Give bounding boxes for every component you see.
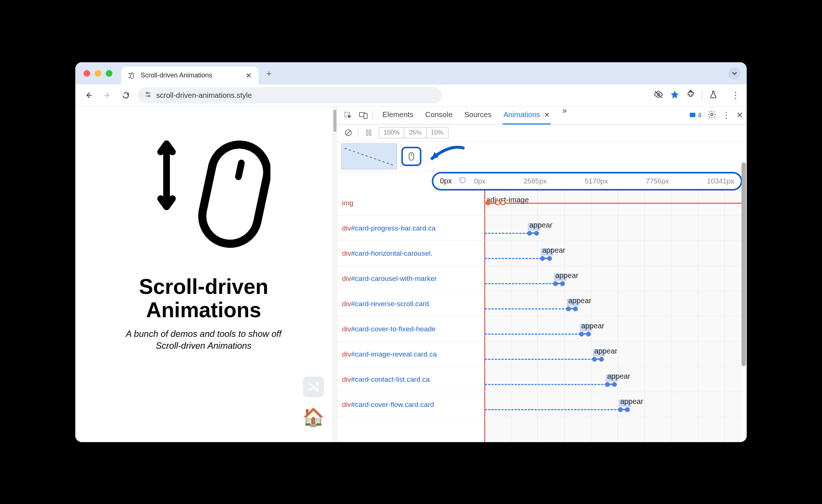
ruler-replay-icon[interactable] [458, 176, 467, 186]
scroll-driven-badge[interactable] [401, 147, 421, 166]
element-selector: div#card-horizontal-carousel. [338, 249, 482, 258]
split-handle[interactable] [332, 107, 338, 442]
tick-3: 7756px [646, 177, 669, 185]
devtools-menu-icon[interactable]: ⋮ [722, 110, 730, 120]
element-selector: div#card-cover-to-fixed-heade [338, 325, 482, 333]
devtools-settings-icon[interactable] [707, 110, 716, 120]
animation-row[interactable]: div#card-cover-flow.card.cardappear [338, 392, 747, 417]
tab-favicon-icon [128, 72, 136, 80]
current-position: 0px [440, 177, 452, 185]
tab-strip: Scroll-driven Animations ✕ ＋ [75, 62, 747, 84]
speed-10[interactable]: 10% [427, 127, 448, 138]
site-settings-icon[interactable] [144, 91, 152, 100]
element-selector: div#card-contact-list.card.ca [338, 375, 482, 384]
tabs-dropdown-button[interactable] [728, 67, 741, 80]
tick-2: 5170px [585, 177, 608, 185]
animation-track[interactable]: appear [484, 291, 742, 316]
home-button[interactable]: 🏠 [303, 407, 324, 428]
tab-console[interactable]: Console [424, 107, 453, 125]
shuffle-button[interactable] [303, 377, 324, 397]
svg-line-23 [345, 148, 394, 165]
animation-row[interactable]: div#card-horizontal-carousel.appear [338, 241, 747, 266]
animation-row[interactable]: div#card-reverse-scroll.card.appear [338, 291, 747, 316]
tab-sources[interactable]: Sources [464, 107, 492, 125]
forward-button[interactable] [101, 89, 114, 102]
labs-icon[interactable] [709, 90, 718, 100]
svg-point-7 [148, 95, 149, 97]
animation-track[interactable]: appear [484, 216, 742, 241]
element-selector: div#card-progress-bar.card.ca [338, 224, 482, 232]
animation-track[interactable]: appear [484, 367, 742, 392]
tab-title: Scroll-driven Animations [141, 72, 212, 79]
svg-rect-21 [366, 130, 368, 135]
svg-rect-0 [131, 73, 134, 78]
devtools-tabstrip: Elements Console Sources Animations ✕ » … [338, 107, 747, 125]
inspect-icon[interactable] [341, 109, 355, 122]
bookmark-star-icon[interactable] [670, 90, 680, 101]
devtools-scrollbar[interactable] [742, 162, 746, 366]
animation-row[interactable]: div#card-cover-to-fixed-headeappear [338, 316, 747, 342]
tick-0: 0px [474, 177, 486, 185]
animation-row[interactable]: div#card-carousel-with-markerappear [338, 266, 747, 291]
element-selector: img [338, 199, 482, 207]
eye-off-icon[interactable] [654, 90, 663, 101]
minimize-window-icon[interactable] [95, 70, 101, 77]
clear-icon[interactable] [343, 127, 354, 138]
reload-button[interactable] [119, 89, 132, 102]
element-selector: div#card-carousel-with-marker [338, 274, 482, 283]
svg-rect-16 [364, 113, 367, 119]
back-button[interactable] [82, 89, 95, 102]
tab-close-icon[interactable]: ✕ [246, 71, 252, 80]
mouse-scroll-icon [148, 129, 270, 253]
browser-tab[interactable]: Scroll-driven Animations ✕ [121, 67, 259, 84]
browser-toolbar: scroll-driven-animations.style ⋮ [75, 84, 747, 107]
browser-menu-icon[interactable]: ⋮ [731, 90, 740, 100]
animation-track[interactable]: appear [484, 241, 742, 266]
tab-animations-close-icon[interactable]: ✕ [542, 111, 550, 119]
page-title: Scroll-drivenAnimations [139, 275, 268, 322]
svg-rect-17 [690, 113, 695, 117]
animation-controls: 100% 25% 10% [338, 125, 747, 142]
page-subtitle: A bunch of demos and tools to show offSc… [126, 328, 281, 352]
speed-100[interactable]: 100% [379, 127, 404, 138]
device-toggle-icon[interactable] [357, 109, 370, 122]
timeline-ruler[interactable]: 0px 0px 2585px 5170px 7756px 10341px [432, 172, 742, 190]
address-bar[interactable]: scroll-driven-animations.style [138, 87, 442, 103]
tabs-overflow-icon[interactable]: » [562, 107, 567, 125]
animation-row[interactable]: div#card-progress-bar.card.caappear [338, 216, 747, 241]
devtools-panel: Elements Console Sources Animations ✕ » … [338, 107, 747, 442]
svg-rect-24 [409, 152, 414, 160]
page-viewport[interactable]: Scroll-drivenAnimations A bunch of demos… [75, 107, 332, 442]
animation-track[interactable]: appear [484, 342, 742, 367]
element-selector: div#card-reverse-scroll.card. [338, 299, 482, 308]
tab-elements[interactable]: Elements [382, 107, 414, 125]
animation-row[interactable]: imgadjust-image [338, 190, 747, 216]
animation-row[interactable]: div#card-contact-list.card.caappear [338, 367, 747, 392]
animation-track[interactable]: adjust-image [484, 190, 742, 215]
animation-group-thumbnail[interactable] [341, 143, 397, 169]
new-tab-button[interactable]: ＋ [262, 66, 276, 81]
playback-speed-group: 100% 25% 10% [379, 127, 448, 138]
svg-point-18 [711, 113, 713, 116]
tab-animations[interactable]: Animations ✕ [503, 107, 550, 125]
browser-window: Scroll-driven Animations ✕ ＋ scroll-driv… [75, 62, 747, 442]
animation-timeline[interactable]: imgadjust-imagediv#card-progress-bar.car… [338, 190, 747, 442]
animation-track[interactable]: appear [484, 266, 742, 291]
issues-badge[interactable]: 4 [689, 112, 701, 119]
extensions-icon[interactable] [686, 90, 695, 100]
devtools-tabs: Elements Console Sources Animations ✕ » [382, 107, 567, 125]
devtools-close-icon[interactable]: ✕ [736, 110, 743, 120]
animation-preview-row [338, 142, 747, 172]
annotation-arrow-icon [424, 142, 468, 169]
speed-25[interactable]: 25% [404, 127, 426, 138]
animation-track[interactable]: appear [484, 316, 742, 341]
toolbar-separator [702, 90, 702, 100]
maximize-window-icon[interactable] [106, 70, 112, 77]
animation-row[interactable]: div#card-image-reveal.card.caappear [338, 342, 747, 367]
animation-track[interactable]: appear [484, 392, 742, 417]
window-controls [83, 70, 112, 77]
element-selector: div#card-image-reveal.card.ca [338, 350, 482, 358]
pause-icon[interactable] [363, 127, 374, 138]
element-selector: div#card-cover-flow.card.card [338, 400, 482, 409]
close-window-icon[interactable] [83, 70, 90, 77]
